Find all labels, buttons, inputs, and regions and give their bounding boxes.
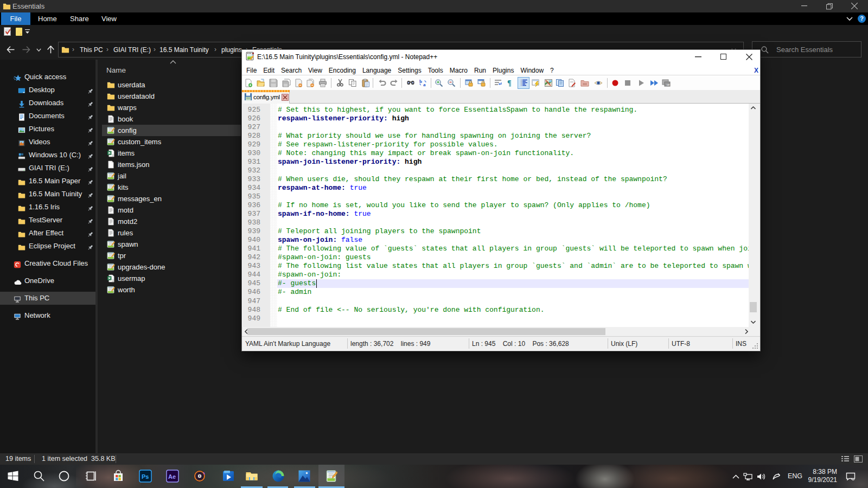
svg-text:Ae: Ae — [168, 473, 176, 480]
svg-text:b: b — [419, 79, 422, 84]
svg-text:¶: ¶ — [507, 79, 512, 87]
svg-text:Ps: Ps — [142, 473, 149, 480]
svg-text:ue: ue — [667, 83, 670, 86]
svg-text:a: a — [423, 82, 426, 87]
